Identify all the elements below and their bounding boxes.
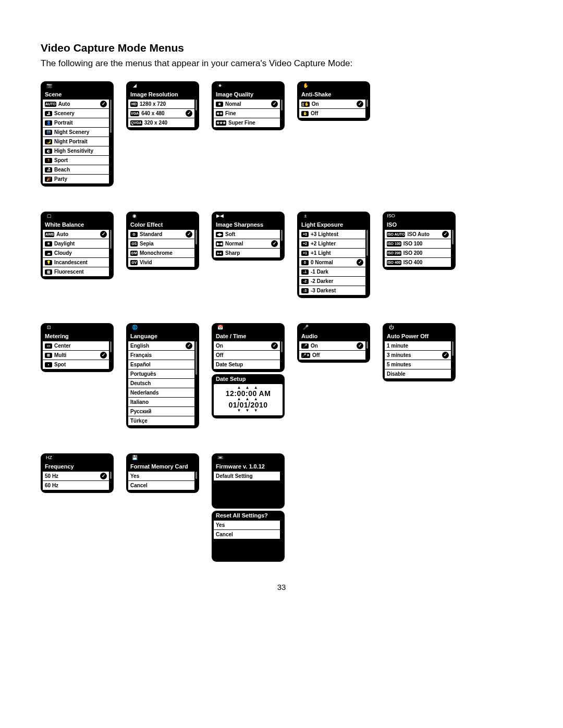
white_balance-item[interactable]: ▥Fluorescent [43, 267, 109, 276]
white_balance-item-label: Incandescent [54, 259, 107, 266]
scene-item[interactable]: 🏖Beach [43, 165, 109, 175]
color_effect-item-icon: ⊙M [130, 251, 138, 256]
language-item[interactable]: Français [128, 351, 194, 360]
menu-metering: ⊡ Metering ▭Center⊞Multi✓▪Spot [41, 323, 114, 372]
light_exposure-item[interactable]: +1+1 Light [299, 249, 365, 258]
language-item[interactable]: Português [128, 369, 194, 379]
light_exposure-item[interactable]: +2+2 Lighter [299, 239, 365, 249]
auto_power_off-item[interactable]: Disable [385, 369, 451, 378]
metering-item-icon: ▪ [45, 362, 52, 367]
audio-item-icon: 🎤✕ [301, 353, 310, 358]
scene-item-label: Night Portrait [54, 138, 107, 145]
light_exposure-item-icon: -1 [301, 269, 309, 275]
scene-item[interactable]: 🌙Night Portrait [43, 137, 109, 146]
light_exposure-item[interactable]: +3+3 Lightest [299, 230, 365, 239]
reset_all-item-label: Yes [216, 522, 278, 528]
firmware-item[interactable]: Default Setting [214, 472, 280, 480]
image_quality-item[interactable]: ★★Fine [214, 109, 280, 118]
language-item[interactable]: Türkçe [128, 416, 194, 425]
image_resolution-item[interactable]: HD1280 x 720 [128, 100, 194, 109]
language-item[interactable]: Italiano [128, 398, 194, 407]
metering-item[interactable]: ▭Center [43, 341, 109, 351]
menu-iso: ISO ISO ISO AUTOISO Auto✓ISO 100ISO 100I… [383, 212, 456, 270]
scene-item[interactable]: ◐High Sensitivity [43, 146, 109, 156]
auto_power_off-item[interactable]: 5 minutes [385, 360, 451, 369]
check-icon: ✓ [357, 342, 363, 349]
check-icon: ✓ [186, 231, 192, 238]
language-item[interactable]: Deutsch [128, 379, 194, 388]
scene-title: Scene [41, 90, 114, 100]
audio-item[interactable]: 🎤✕Off [299, 351, 365, 360]
iso-item[interactable]: ISO AUTOISO Auto✓ [385, 230, 451, 239]
menu-image-quality: ★ Image Quality ★Nomal✓★★Fine★★★Super Fi… [212, 81, 285, 130]
language-item-label: Español [130, 361, 192, 368]
check-icon: ✓ [186, 110, 192, 117]
auto_power_off-item[interactable]: 1 minute [385, 341, 451, 351]
anti_shake-item-icon: ✋ [301, 111, 309, 116]
audio-item[interactable]: 🎤On✓ [299, 341, 365, 351]
date_time-item[interactable]: Off [214, 351, 280, 360]
frequency-item[interactable]: 60 Hz [43, 481, 109, 490]
image_quality-item[interactable]: ★Nomal✓ [214, 100, 280, 109]
light_exposure-item[interactable]: 00 Normal✓ [299, 258, 365, 267]
image_resolution-item[interactable]: QVGA320 x 240 [128, 118, 194, 127]
iso-item[interactable]: ISO 400ISO 400 [385, 258, 451, 267]
color_effect-item[interactable]: ⊙MMonochrome [128, 249, 194, 258]
image_quality-item[interactable]: ★★★Super Fine [214, 118, 280, 127]
language-item[interactable]: English✓ [128, 341, 194, 351]
down-arrows-icon: ▼ ▼ ▼ [216, 409, 280, 412]
date_time-item[interactable]: Date Setup [214, 360, 280, 369]
frequency-item[interactable]: 50 Hz✓ [43, 472, 109, 481]
image_resolution-item[interactable]: VGA640 x 480✓ [128, 109, 194, 118]
white_balance-item-icon: ☁ [45, 251, 52, 256]
scene-item[interactable]: 🌃Night Scenery [43, 128, 109, 137]
date_time-item[interactable]: On✓ [214, 341, 280, 351]
date_time-item-label: Date Setup [216, 361, 278, 368]
auto_power_off-item[interactable]: 3 minutes✓ [385, 351, 451, 360]
format_memory_card-item[interactable]: Cancel [128, 481, 194, 490]
image_sharpness-item[interactable]: ◀▶Soft [214, 230, 280, 239]
image_sharpness-item[interactable]: ▶◀Normal✓ [214, 239, 280, 249]
white_balance-item[interactable]: ☁Cloudy [43, 249, 109, 258]
audio-item-icon: 🎤 [301, 343, 309, 349]
color_effect-item[interactable]: ⊙SSepia [128, 239, 194, 249]
iso-item[interactable]: ISO 200ISO 200 [385, 249, 451, 258]
menu-frequency: HZ Frequency 50 Hz✓60 Hz [41, 453, 114, 493]
light_exposure-item[interactable]: -1-1 Dark [299, 267, 365, 277]
light_exposure-item[interactable]: -2-2 Darker [299, 277, 365, 286]
color_effect-item[interactable]: ⊙Standard✓ [128, 230, 194, 239]
reset-all-title: Reset All Settings? [212, 511, 285, 521]
page-title: Video Capture Mode Menus [41, 42, 522, 54]
anti_shake-item[interactable]: ✋Off [299, 109, 365, 118]
scene-item[interactable]: 🏞Scenery [43, 109, 109, 118]
scene-item[interactable]: AUTOAuto✓ [43, 100, 109, 109]
white_balance-item[interactable]: AWBAuto✓ [43, 230, 109, 239]
language-item[interactable]: Русский [128, 407, 194, 416]
white_balance-item[interactable]: ☀Daylight [43, 239, 109, 249]
image_sharpness-item[interactable]: ▸◂Sharp [214, 249, 280, 257]
scene-item-icon: 🏞 [45, 111, 52, 116]
color_effect-item[interactable]: ⊙VVivid [128, 258, 194, 267]
check-icon: ✓ [271, 101, 278, 107]
metering-item-label: Center [54, 342, 107, 349]
scene-item-label: Night Scenery [54, 129, 107, 135]
format_memory_card-item[interactable]: Yes [128, 472, 194, 481]
light_exposure-item[interactable]: -3-3 Darkest [299, 286, 365, 295]
metering-item[interactable]: ▪Spot [43, 360, 109, 369]
check-icon: ✓ [357, 101, 363, 107]
scene-item[interactable]: 🎉Party [43, 175, 109, 183]
reset_all-item[interactable]: Cancel [214, 530, 280, 539]
image_quality-item-icon: ★★★ [216, 120, 226, 126]
format_memory_card-item-label: Yes [130, 473, 192, 479]
metering-item[interactable]: ⊞Multi✓ [43, 351, 109, 360]
scene-item[interactable]: 🏃Sport [43, 156, 109, 165]
reset_all-item[interactable]: Yes [214, 521, 280, 530]
iso-item[interactable]: ISO 100ISO 100 [385, 239, 451, 249]
anti_shake-item[interactable]: ((✋On✓ [299, 100, 365, 109]
white_balance-item[interactable]: 💡Incandescent [43, 258, 109, 267]
auto_power_off-item-label: 3 minutes [387, 352, 440, 359]
scene-item[interactable]: 👤Portrait [43, 118, 109, 128]
language-item[interactable]: Nederlands [128, 388, 194, 398]
check-icon: ✓ [271, 342, 278, 349]
language-item[interactable]: Español [128, 360, 194, 369]
